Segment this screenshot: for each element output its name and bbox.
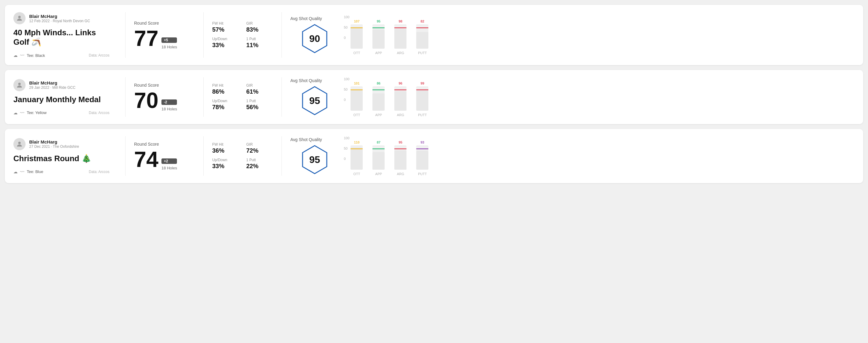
- bar-value: 110: [354, 141, 359, 144]
- hexagon-container: 95: [300, 145, 330, 175]
- user-meta: 29 Jan 2022 · Mill Ride GCC: [29, 86, 75, 90]
- bar-category-label: APP: [375, 172, 382, 176]
- bar-line: [416, 89, 428, 90]
- y-axis-label: 0: [344, 36, 349, 39]
- avatar: [13, 12, 26, 24]
- oneputt-value: 56%: [246, 104, 273, 111]
- tee-label: Tee: Yellow: [27, 111, 46, 115]
- user-name: Blair McHarg: [29, 139, 79, 145]
- bar-wrapper: [394, 86, 406, 111]
- score-main: 74 +2 18 Holes: [134, 148, 195, 170]
- score-badge-group: +5 18 Holes: [161, 37, 177, 49]
- gir-stat: GIR 72%: [246, 142, 273, 154]
- tee-info: ☁ 〰 Tee: Blue: [13, 169, 43, 174]
- avatar: [13, 138, 26, 150]
- bar-category-label: APP: [375, 113, 382, 117]
- user-row: Blair McHarg 29 Jan 2022 · Mill Ride GCC: [13, 79, 110, 91]
- updown-stat: Up/Down 33%: [212, 158, 239, 170]
- gir-stat: GIR 83%: [246, 21, 273, 33]
- y-axis-label: 0: [344, 98, 349, 101]
- user-row: Blair McHarg 12 Feb 2022 · Royal North D…: [13, 12, 110, 24]
- holes-text: 18 Holes: [161, 107, 177, 111]
- score-number: 70: [134, 89, 158, 111]
- bar-wrapper: [372, 86, 384, 111]
- bar-category-label: OTT: [353, 113, 360, 117]
- score-label: Round Score: [134, 142, 195, 147]
- fw-hit-value: 36%: [212, 147, 239, 154]
- oneputt-value: 22%: [246, 163, 273, 170]
- y-axis-label: 50: [344, 88, 349, 91]
- bar-group: 93 PUTT: [416, 141, 428, 176]
- quality-section: Avg Shot Quality 95: [290, 137, 339, 175]
- score-main: 77 +5 18 Holes: [134, 27, 195, 49]
- user-row: Blair McHarg 27 Dec 2021 · The Oxfordshi…: [13, 138, 110, 150]
- bar-line: [372, 27, 384, 28]
- round-card-1: Blair McHarg 12 Feb 2022 · Royal North D…: [5, 5, 863, 65]
- svg-point-0: [18, 16, 21, 18]
- quality-label: Avg Shot Quality: [290, 78, 322, 83]
- avatar: [13, 79, 26, 91]
- section-divider-2: [204, 77, 204, 117]
- section-divider: [125, 136, 126, 176]
- bar-value: 87: [377, 141, 380, 144]
- fw-hit-stat: FW Hit 57%: [212, 21, 239, 33]
- bar-line: [416, 148, 428, 149]
- data-source: Data: Arccos: [89, 53, 110, 58]
- score-main: 70 -2 18 Holes: [134, 89, 195, 111]
- tee-info: ☁ 〰 Tee: Black: [13, 53, 45, 58]
- wind-icon: 〰: [20, 53, 24, 58]
- fw-hit-label: FW Hit: [212, 21, 239, 26]
- bar-value: 82: [421, 20, 424, 23]
- quality-score: 95: [309, 95, 320, 106]
- section-divider-2: [204, 12, 204, 58]
- bar-wrapper: [350, 24, 363, 49]
- bar-line: [372, 89, 384, 90]
- bar-category-label: PUTT: [418, 113, 427, 117]
- fw-hit-value: 86%: [212, 88, 239, 95]
- bar-category-label: APP: [375, 51, 382, 55]
- stats-section: FW Hit 36% GIR 72% Up/Down 33% 1 Putt 22…: [212, 142, 273, 170]
- section-divider: [125, 77, 126, 117]
- bar-line: [350, 89, 363, 90]
- bar-group: 86 APP: [372, 82, 384, 117]
- chart-section: 100500 107 OTT 95 APP 98: [339, 15, 855, 55]
- y-axis-label: 50: [344, 147, 349, 150]
- left-section: Blair McHarg 29 Jan 2022 · Mill Ride GCC…: [13, 79, 117, 115]
- cloud-icon: ☁: [13, 169, 18, 174]
- bottom-row: ☁ 〰 Tee: Blue Data: Arccos: [13, 169, 110, 174]
- quality-score: 90: [309, 33, 320, 44]
- user-info: Blair McHarg 12 Feb 2022 · Royal North D…: [29, 14, 90, 23]
- bar-value: 96: [399, 82, 402, 85]
- gir-value: 61%: [246, 88, 273, 95]
- tee-info: ☁ 〰 Tee: Yellow: [13, 111, 46, 115]
- holes-text: 18 Holes: [161, 45, 177, 49]
- hexagon-container: 90: [300, 23, 330, 54]
- updown-value: 33%: [212, 42, 239, 49]
- bar-category-label: PUTT: [418, 172, 427, 176]
- round-card-3: Blair McHarg 27 Dec 2021 · The Oxfordshi…: [5, 129, 863, 183]
- y-axis-label: 100: [344, 136, 349, 140]
- fw-hit-value: 57%: [212, 26, 239, 33]
- y-axis-label: 0: [344, 157, 349, 161]
- score-section: Round Score 70 -2 18 Holes: [134, 83, 195, 111]
- score-diff-badge: +5: [161, 37, 177, 43]
- bar-wrapper: [416, 24, 428, 49]
- bar-line: [350, 148, 363, 149]
- bar-fill: [372, 93, 384, 111]
- round-card-2: Blair McHarg 29 Jan 2022 · Mill Ride GCC…: [5, 70, 863, 124]
- bar-wrapper: [394, 24, 406, 49]
- quality-section: Avg Shot Quality 95: [290, 78, 339, 116]
- bar-group: 101 OTT: [350, 82, 363, 117]
- bar-category-label: ARG: [397, 113, 404, 117]
- bar-wrapper: [416, 86, 428, 111]
- bar-wrapper: [350, 86, 363, 111]
- bar-wrapper: [350, 145, 363, 170]
- bar-value: 99: [421, 82, 424, 85]
- section-divider: [125, 12, 126, 58]
- hexagon-container: 95: [300, 86, 330, 116]
- user-meta: 12 Feb 2022 · Royal North Devon GC: [29, 19, 90, 23]
- bar-line: [394, 148, 406, 149]
- bar-wrapper: [416, 145, 428, 170]
- bar-wrapper: [372, 24, 384, 49]
- oneputt-label: 1 Putt: [246, 37, 273, 41]
